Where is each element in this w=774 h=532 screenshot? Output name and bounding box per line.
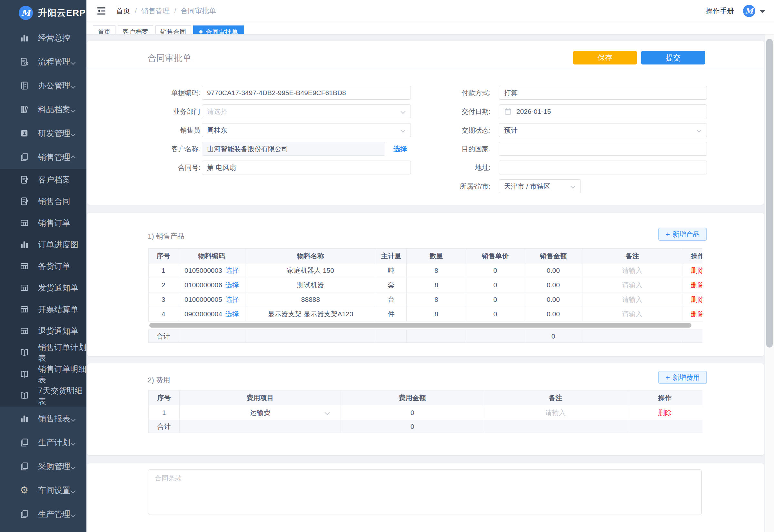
cell-remark[interactable]: 请输入 bbox=[582, 292, 682, 307]
sidebar-item-stock-order[interactable]: 备货订单 bbox=[0, 255, 86, 277]
chevron-down-icon bbox=[71, 132, 76, 137]
copy-files-icon bbox=[19, 438, 29, 447]
breadcrumb-home[interactable]: 首页 bbox=[116, 6, 130, 16]
cell-price[interactable]: 0 bbox=[466, 263, 524, 278]
table-row: 3 0100000005选择 88888 台 8 0 0.00 请输入 删除 bbox=[149, 292, 703, 307]
sidebar: M 升阳云ERP 经营总控 流程管理 办公管理 料品档案 研发管理 销售管理 客… bbox=[0, 0, 86, 532]
save-button[interactable]: 保存 bbox=[573, 51, 637, 64]
delete-link[interactable]: 删除 bbox=[691, 281, 702, 289]
customer-choose-link[interactable]: 选择 bbox=[393, 142, 407, 156]
doc-edit-icon bbox=[19, 175, 29, 185]
page-title: 合同审批单 bbox=[148, 52, 191, 64]
cell-remark[interactable]: 请输入 bbox=[582, 307, 682, 321]
table-icon bbox=[19, 261, 29, 271]
choose-link[interactable]: 选择 bbox=[225, 267, 239, 274]
sidebar-item-sales-order-detail[interactable]: 销售订单明细表 bbox=[0, 363, 86, 385]
fee-item-select[interactable]: 运输费 bbox=[180, 405, 341, 420]
sidebar-item-sales-order[interactable]: 销售订单 bbox=[0, 212, 86, 234]
table-row: 2 0100000006选择 测试机器 套 8 0 0.00 请输入 删除 bbox=[149, 278, 703, 292]
sidebar-item-processing-workshop[interactable]: 加工车间 bbox=[0, 526, 86, 532]
breadcrumb-sales-mgmt[interactable]: 销售管理 bbox=[141, 6, 170, 16]
cell-unit: 台 bbox=[376, 292, 407, 307]
cell-qty[interactable]: 8 bbox=[407, 307, 466, 321]
delete-link[interactable]: 删除 bbox=[691, 296, 702, 303]
choose-link[interactable]: 选择 bbox=[225, 281, 239, 289]
breadcrumb-separator: / bbox=[135, 7, 137, 15]
payment-input[interactable]: 打算 bbox=[499, 86, 707, 100]
delivery-date-label: 交付日期: bbox=[429, 104, 491, 118]
sidebar-item-workshop-settings[interactable]: ⚙ 车间设置 bbox=[0, 478, 86, 502]
tab-sales-contract[interactable]: 销售合同 bbox=[155, 25, 191, 34]
sidebar-item-office-mgmt[interactable]: 办公管理 bbox=[0, 74, 86, 97]
manual-link[interactable]: 操作手册 bbox=[706, 6, 734, 16]
sidebar-fold-icon[interactable] bbox=[96, 6, 106, 16]
contract-no-value: 第 电风扇 bbox=[207, 164, 236, 171]
sidebar-item-production-mgmt[interactable]: 生产管理 bbox=[0, 502, 86, 526]
payment-value: 打算 bbox=[504, 89, 518, 96]
caret-down-icon[interactable] bbox=[760, 10, 765, 13]
sidebar-item-return-notice[interactable]: 退货通知单 bbox=[0, 320, 86, 342]
cell-price[interactable]: 0 bbox=[466, 292, 524, 307]
cell-price[interactable]: 0 bbox=[466, 278, 524, 292]
dept-select[interactable]: 请选择 bbox=[202, 104, 411, 118]
cell-empty bbox=[466, 330, 524, 343]
sidebar-item-customer-archive[interactable]: 客户档案 bbox=[0, 169, 86, 191]
add-fee-label: 新增费用 bbox=[673, 373, 700, 382]
cell-qty[interactable]: 8 bbox=[407, 292, 466, 307]
sidebar-item-order-progress[interactable]: 订单进度图 bbox=[0, 234, 86, 255]
delete-link[interactable]: 删除 bbox=[691, 310, 702, 318]
sidebar-item-business-overview[interactable]: 经营总控 bbox=[0, 26, 86, 50]
salesman-select[interactable]: 周桂东 bbox=[202, 123, 411, 137]
choose-link[interactable]: 选择 bbox=[225, 296, 239, 303]
address-input[interactable] bbox=[499, 161, 707, 174]
sidebar-item-production-plan[interactable]: 生产计划 bbox=[0, 430, 86, 454]
cell-remark[interactable]: 请输入 bbox=[484, 405, 627, 420]
sidebar-item-label: 7天交货明细表 bbox=[38, 385, 86, 407]
tab-contract-approval[interactable]: 合同审批单 bbox=[193, 25, 244, 34]
add-fee-button[interactable]: +新增费用 bbox=[658, 371, 707, 384]
doc-no-input[interactable]: 9770CA17-3497-4DB2-995E-B49E9CF61BD8 bbox=[202, 86, 411, 100]
sidebar-item-material-archive[interactable]: 料品档案 bbox=[0, 97, 86, 121]
vertical-scrollbar-thumb[interactable] bbox=[766, 39, 773, 348]
fees-panel: 2) 费用 +新增费用 序号 费用项目 费用金额 备注 操作 1 运输费 0 请… bbox=[87, 363, 764, 455]
sidebar-item-sales-report[interactable]: 销售报表 bbox=[0, 407, 86, 430]
add-product-button[interactable]: +新增产品 bbox=[658, 228, 707, 241]
sidebar-item-label: 研发管理 bbox=[38, 128, 70, 139]
cell-empty bbox=[582, 330, 682, 343]
dest-country-input[interactable] bbox=[499, 142, 707, 156]
sidebar-item-delivery-7day-detail[interactable]: 7天交货明细表 bbox=[0, 385, 86, 407]
cell-remark[interactable]: 请输入 bbox=[582, 263, 682, 278]
products-table-wrap: 序号 物料编码 物料名称 主计量 数量 销售单价 销售金额 备注 操作 1 01… bbox=[148, 248, 702, 343]
sidebar-item-label: 备货订单 bbox=[38, 261, 70, 271]
horizontal-scrollbar-thumb[interactable] bbox=[149, 323, 691, 328]
tab-home[interactable]: 首页 bbox=[93, 25, 115, 34]
tab-label: 首页 bbox=[98, 28, 111, 34]
sidebar-item-process-mgmt[interactable]: 流程管理 bbox=[0, 50, 86, 74]
sidebar-item-rnd-mgmt[interactable]: 研发管理 bbox=[0, 121, 86, 145]
choose-link[interactable]: 选择 bbox=[225, 310, 239, 318]
contract-no-input[interactable]: 第 电风扇 bbox=[202, 161, 411, 174]
sidebar-item-purchase-mgmt[interactable]: 采购管理 bbox=[0, 454, 86, 478]
cell-qty[interactable]: 8 bbox=[407, 278, 466, 292]
products-total-table: 合计 0 bbox=[148, 330, 702, 343]
sidebar-item-sales-contract[interactable]: 销售合同 bbox=[0, 191, 86, 212]
col-no: 序号 bbox=[149, 249, 178, 263]
sidebar-item-invoice-settlement[interactable]: 开票结算单 bbox=[0, 299, 86, 320]
province-select[interactable]: 天津市 / 市辖区 bbox=[499, 179, 581, 193]
delete-link[interactable]: 删除 bbox=[658, 409, 672, 416]
sidebar-item-sales-mgmt[interactable]: 销售管理 bbox=[0, 145, 86, 169]
sidebar-item-sales-order-plan[interactable]: 销售订单计划表 bbox=[0, 342, 86, 363]
sidebar-item-shipping-notice[interactable]: 发货通知单 bbox=[0, 277, 86, 299]
avatar[interactable]: M bbox=[743, 5, 755, 17]
contract-terms-textarea[interactable]: 合同条款 bbox=[148, 469, 702, 515]
cell-price[interactable]: 0 bbox=[466, 307, 524, 321]
delivery-status-select[interactable]: 预计 bbox=[499, 123, 707, 137]
delivery-date-input[interactable]: 2026-01-15 bbox=[499, 104, 707, 118]
tab-customer-archive[interactable]: 客户档案 bbox=[118, 25, 153, 34]
cell-qty[interactable]: 8 bbox=[407, 263, 466, 278]
cell-remark[interactable]: 请输入 bbox=[582, 278, 682, 292]
submit-button[interactable]: 提交 bbox=[641, 51, 705, 64]
delete-link[interactable]: 删除 bbox=[691, 267, 702, 274]
cell-fee-amount[interactable]: 0 bbox=[341, 405, 484, 420]
customer-value: 山河智能装备股份有限公司 bbox=[207, 145, 288, 153]
